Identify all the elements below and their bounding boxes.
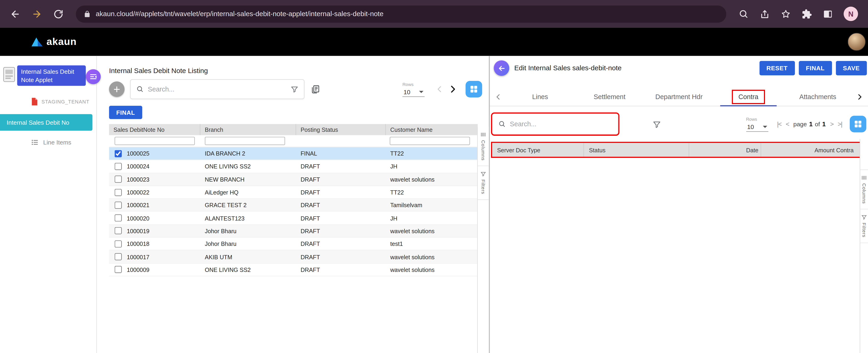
tab-label: Lines bbox=[532, 93, 548, 101]
listing-table-header: Sales DebitNote No Branch Posting Status… bbox=[109, 124, 478, 135]
prev-page-icon[interactable]: < bbox=[786, 121, 789, 127]
final-button[interactable]: FINAL bbox=[799, 61, 832, 75]
cell-posting-status: FINAL bbox=[296, 150, 386, 157]
editor-search-input[interactable] bbox=[510, 120, 612, 128]
applet-icon bbox=[3, 66, 16, 83]
table-row[interactable]: 1000023 NEW BRANCH DRAFT wavelet solutio… bbox=[109, 173, 478, 186]
grid-view-button[interactable] bbox=[466, 81, 482, 97]
row-checkbox[interactable] bbox=[115, 214, 122, 222]
tab-lines[interactable]: Lines bbox=[505, 88, 575, 106]
editor-grid-view-button[interactable] bbox=[850, 116, 866, 132]
tab-settlement[interactable]: Settlement bbox=[575, 88, 644, 106]
editor-search-box bbox=[492, 114, 618, 135]
url-bar[interactable]: akaun.cloud/#/applets/tnt/wavelet/erp/in… bbox=[76, 5, 726, 23]
columns-icon bbox=[861, 175, 867, 181]
cell-customer: test1 bbox=[386, 240, 478, 247]
row-checkbox[interactable] bbox=[115, 202, 122, 209]
zoom-icon[interactable] bbox=[739, 8, 749, 19]
extensions-icon[interactable] bbox=[802, 8, 812, 19]
row-checkbox[interactable] bbox=[115, 176, 122, 183]
side-panel-icon[interactable] bbox=[823, 8, 833, 19]
table-row[interactable]: 1000020 ALANTEST123 DRAFT JH bbox=[109, 212, 478, 225]
last-page-icon[interactable]: >| bbox=[838, 121, 842, 127]
row-checkbox[interactable] bbox=[115, 150, 122, 157]
first-page-icon[interactable]: |< bbox=[777, 121, 781, 127]
table-row[interactable]: 1000019 Johor Bharu DRAFT wavelet soluti… bbox=[109, 225, 478, 238]
cell-customer: wavelet solutions bbox=[386, 254, 478, 260]
browser-profile-avatar[interactable]: N bbox=[844, 7, 858, 21]
editor-filter-funnel-icon[interactable] bbox=[653, 120, 661, 128]
table-row[interactable]: 1000018 Johor Bharu DRAFT test1 bbox=[109, 238, 478, 251]
filter-input-customer[interactable] bbox=[390, 137, 470, 145]
sidebar-item-module[interactable]: Internal Sales Debit No bbox=[0, 114, 92, 130]
table-row[interactable]: 1000025 IDA BRANCH 2 FINAL TT22 bbox=[109, 147, 478, 160]
filter-input-branch[interactable] bbox=[205, 137, 285, 145]
cell-customer: TT22 bbox=[386, 150, 478, 157]
row-checkbox[interactable] bbox=[115, 189, 122, 196]
rows-select[interactable]: 10 bbox=[402, 87, 425, 97]
table-row[interactable]: 1000009 ONE LIVING SS2 DRAFT wavelet sol… bbox=[109, 263, 478, 276]
applet-name-chip[interactable]: Internal Sales Debit Note Applet bbox=[17, 65, 86, 86]
listing-search-input[interactable] bbox=[148, 85, 287, 93]
search-icon bbox=[498, 120, 506, 128]
copy-list-icon[interactable] bbox=[310, 85, 320, 94]
sidebar-item-applet[interactable]: Internal Sales Debit Note Applet bbox=[0, 65, 96, 86]
row-checkbox[interactable] bbox=[115, 253, 122, 260]
row-checkbox[interactable] bbox=[115, 240, 122, 247]
lock-icon bbox=[84, 10, 91, 17]
tab-label: Department Hdr bbox=[655, 93, 703, 101]
filter-input-doc-no[interactable] bbox=[115, 137, 195, 145]
filters-side-tab[interactable]: Filters bbox=[478, 166, 489, 200]
filters-side-tab-label: Filters bbox=[480, 179, 486, 194]
cell-doc-no: 1000017 bbox=[127, 254, 149, 260]
editor-rows-select[interactable]: 10 bbox=[746, 122, 768, 131]
share-icon[interactable] bbox=[760, 8, 770, 19]
cell-customer: JH bbox=[386, 215, 478, 222]
next-page-icon[interactable] bbox=[448, 84, 458, 94]
user-avatar[interactable] bbox=[847, 33, 866, 51]
sidebar-item-line-items[interactable]: Line Items bbox=[0, 139, 96, 146]
row-checkbox[interactable] bbox=[115, 266, 122, 273]
table-row[interactable]: 1000024 ONE LIVING SS2 DRAFT JH bbox=[109, 160, 478, 173]
table-row[interactable]: 1000017 AKIB UTM DRAFT wavelet solutions bbox=[109, 251, 478, 263]
cell-branch: ONE LIVING SS2 bbox=[200, 163, 296, 170]
browser-back-icon[interactable] bbox=[10, 8, 21, 19]
columns-side-tab[interactable]: Columns bbox=[478, 127, 489, 166]
editor-filters-side-tab[interactable]: Filters bbox=[860, 209, 868, 243]
prev-page-icon[interactable] bbox=[435, 85, 444, 93]
header-status: Status bbox=[583, 143, 689, 157]
cell-branch: IDA BRANCH 2 bbox=[200, 150, 296, 157]
listing-filter-row bbox=[109, 135, 478, 147]
cell-doc-no: 1000023 bbox=[127, 176, 149, 183]
back-button[interactable] bbox=[494, 60, 509, 76]
table-row[interactable]: 1000021 GRACE TEST 2 DRAFT Tamilselvam bbox=[109, 199, 478, 212]
tab-attachments[interactable]: Attachments bbox=[783, 88, 852, 106]
browser-reload-icon[interactable] bbox=[53, 8, 64, 19]
bookmark-star-icon[interactable] bbox=[780, 8, 791, 19]
final-filter-button[interactable]: FINAL bbox=[109, 106, 142, 119]
sidebar-item-tenant[interactable]: STAGING_TENANT bbox=[0, 97, 96, 106]
next-page-icon[interactable]: > bbox=[830, 121, 833, 127]
cell-branch: ONE LIVING SS2 bbox=[200, 266, 296, 273]
browser-forward-icon[interactable] bbox=[32, 8, 42, 19]
cell-posting-status: DRAFT bbox=[296, 163, 386, 170]
sidebar-collapse-button[interactable] bbox=[86, 69, 101, 84]
filter-funnel-icon[interactable] bbox=[291, 85, 299, 93]
cell-doc-no: 1000018 bbox=[127, 240, 149, 247]
tabs-scroll-right-icon[interactable] bbox=[852, 88, 867, 106]
reset-button[interactable]: RESET bbox=[759, 61, 795, 75]
cell-posting-status: DRAFT bbox=[296, 254, 386, 260]
row-checkbox[interactable] bbox=[115, 163, 122, 170]
save-button[interactable]: SAVE bbox=[836, 61, 867, 75]
row-checkbox[interactable] bbox=[115, 228, 122, 235]
tabs-scroll-left-icon[interactable] bbox=[491, 88, 505, 106]
cell-doc-no: 1000019 bbox=[127, 228, 149, 234]
table-row[interactable]: 1000022 AiLedger HQ DRAFT TT22 bbox=[109, 186, 478, 199]
add-button[interactable]: + bbox=[109, 81, 125, 97]
tab-department-hdr[interactable]: Department Hdr bbox=[644, 88, 713, 106]
editor-columns-side-tab-label: Columns bbox=[861, 183, 867, 204]
app-header: akaun bbox=[0, 28, 868, 56]
tab-contra[interactable]: Contra bbox=[714, 88, 783, 106]
editor-columns-side-tab[interactable]: Columns bbox=[860, 170, 868, 209]
edit-actions: RESET FINAL SAVE bbox=[759, 61, 867, 75]
